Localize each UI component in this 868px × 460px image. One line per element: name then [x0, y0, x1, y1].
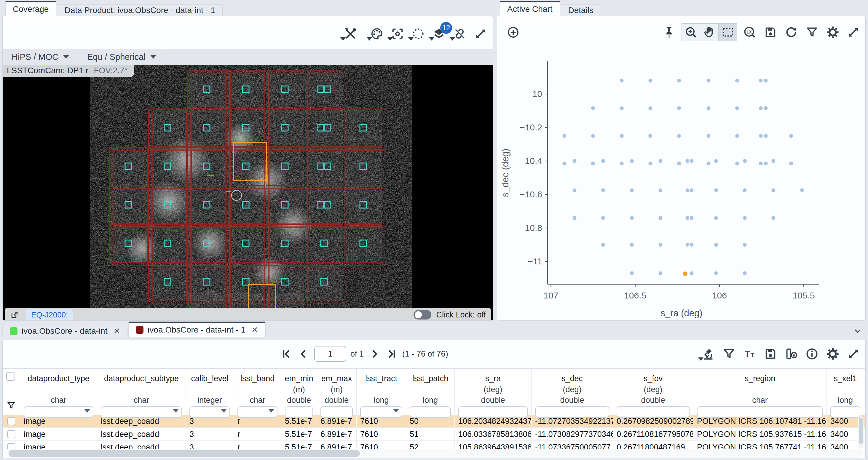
text-view-button[interactable]: TT: [741, 346, 758, 362]
table-options-button[interactable]: [825, 346, 841, 362]
table-color-swatch[interactable]: [136, 326, 144, 334]
tab-coverage[interactable]: Coverage: [5, 1, 56, 16]
column-name: dataproduct_subtype: [97, 373, 186, 385]
vertical-scrollbar[interactable]: [858, 417, 864, 449]
row-checkbox[interactable]: [7, 443, 16, 449]
data-product-button[interactable]: [700, 346, 716, 362]
tools-button[interactable]: [342, 26, 359, 42]
column-header-dataproduct_subtype[interactable]: dataproduct_subtypechar: [97, 369, 186, 415]
caret-down-icon: [408, 37, 413, 43]
expand-table-button[interactable]: [845, 346, 862, 362]
column-header-s_dec[interactable]: s_dec(deg)double: [531, 369, 613, 415]
column-filter-input[interactable]: [101, 406, 182, 418]
prev-page-button[interactable]: [297, 347, 310, 360]
select-region-button[interactable]: [410, 26, 427, 42]
tab-table-1[interactable]: ivoa.ObsCore - data-int - 1 ✕: [128, 321, 266, 337]
zoom-mode-button[interactable]: [682, 24, 700, 41]
collapse-table-icon[interactable]: [852, 326, 863, 336]
last-page-button[interactable]: [385, 347, 398, 360]
unlink-button[interactable]: [452, 26, 468, 42]
tab-data-product[interactable]: Data Product: ivoa.ObsCore - data-int - …: [57, 4, 223, 16]
chart-options-button[interactable]: [825, 24, 841, 40]
filter-chart-button[interactable]: [804, 24, 820, 40]
column-header-calib_level[interactable]: calib_levelinteger: [186, 369, 234, 415]
add-column-button[interactable]: [783, 346, 800, 362]
table-info-button[interactable]: [804, 346, 820, 362]
add-chart-button[interactable]: [505, 24, 522, 40]
column-filter-input[interactable]: [697, 406, 823, 418]
first-page-button[interactable]: [280, 347, 293, 360]
table-color-swatch[interactable]: [10, 327, 18, 335]
filter-table-button[interactable]: [721, 346, 737, 362]
pan-mode-button[interactable]: [700, 24, 719, 41]
close-icon[interactable]: ✕: [251, 325, 258, 335]
coverage-map[interactable]: LSSTComCam: DP1 rFOV:2.7° EQ-J2000: Clic…: [3, 65, 493, 321]
popout-icon[interactable]: [10, 310, 19, 319]
column-name: s_dec: [531, 373, 613, 385]
column-filter-input[interactable]: [285, 406, 313, 418]
layers-button[interactable]: 12: [431, 26, 447, 42]
column-filter-input[interactable]: [458, 406, 528, 418]
column-name: s_xel1: [827, 373, 864, 385]
table-row[interactable]: imagelsst.deep_coadd3r5.51e-76.891e-7761…: [3, 428, 865, 441]
column-filter-input[interactable]: [535, 406, 609, 418]
tab-details[interactable]: Details: [561, 4, 601, 16]
column-header-em_min[interactable]: em_min(m)double: [281, 369, 317, 415]
horizontal-scrollbar[interactable]: [6, 449, 862, 458]
tab-active-chart[interactable]: Active Chart: [500, 1, 560, 16]
table-cell: 3: [186, 428, 234, 440]
table-cell: lsst.deep_coadd: [97, 441, 186, 449]
column-header-em_max[interactable]: em_max(m)double: [317, 369, 356, 415]
column-header-dataproduct_type[interactable]: dataproduct_typechar: [20, 369, 97, 415]
save-table-button[interactable]: [762, 346, 779, 362]
column-filter-input[interactable]: [830, 406, 860, 418]
color-palette-button[interactable]: [369, 26, 385, 42]
hscroll-thumb[interactable]: [9, 450, 360, 457]
column-header-s_region[interactable]: s_regionchar: [693, 369, 827, 415]
scatter-chart[interactable]: −10−10.2−10.4−10.6−10.8−11107106.5106105…: [497, 47, 865, 321]
row-checkbox[interactable]: [7, 430, 16, 438]
save-chart-button[interactable]: [762, 24, 779, 40]
column-filter-input[interactable]: [189, 406, 230, 418]
expand-coverage-button[interactable]: [472, 26, 489, 42]
zoom-original-button[interactable]: 1X: [741, 24, 758, 40]
click-lock-toggle[interactable]: [413, 310, 431, 319]
row-checkbox[interactable]: [7, 417, 16, 425]
column-unit: [186, 385, 234, 396]
column-filter-input[interactable]: [238, 406, 277, 418]
projection-dropdown[interactable]: Equ / Spherical: [87, 52, 156, 62]
column-header-lsst_tract[interactable]: lsst_tractlong: [356, 369, 406, 415]
column-type: double: [281, 396, 317, 405]
page-number-input[interactable]: [314, 346, 346, 362]
tab-table-0[interactable]: ivoa.ObsCore - data-int ✕: [2, 325, 127, 337]
table-card: of 1 (1 - 76 of 76) TT dataproduct_typec…: [2, 340, 866, 459]
column-filter-input[interactable]: [617, 406, 689, 418]
column-header-s_fov[interactable]: s_fov(deg)double: [613, 369, 693, 415]
close-icon[interactable]: ✕: [113, 326, 120, 336]
data-table: dataproduct_typechardataproduct_subtypec…: [3, 368, 865, 449]
chart-panel: Active Chart Details 1X −10−10.2−10.4−10…: [497, 2, 866, 321]
column-filter-input[interactable]: [360, 406, 402, 418]
table-toolbar: TT: [696, 340, 862, 368]
column-filter-input[interactable]: [24, 406, 93, 418]
next-page-button[interactable]: [368, 347, 381, 360]
column-filter-input[interactable]: [410, 406, 451, 418]
gear-icon: [826, 347, 840, 361]
expand-chart-button[interactable]: [845, 24, 862, 40]
column-header-s_xel1[interactable]: s_xel1long: [827, 369, 864, 415]
select-mode-button[interactable]: [719, 24, 737, 41]
filter-row-icon[interactable]: [6, 400, 16, 410]
column-header-lsst_band[interactable]: lsst_bandchar: [234, 369, 281, 415]
select-all-checkbox[interactable]: [6, 372, 15, 381]
column-header-s_ra[interactable]: s_ra(deg)double: [455, 369, 531, 415]
restore-chart-button[interactable]: [783, 24, 800, 40]
column-header-lsst_patch[interactable]: lsst_patchlong: [406, 369, 455, 415]
column-name: lsst_band: [234, 373, 281, 385]
pin-chart-button[interactable]: [661, 24, 677, 40]
hips-moc-dropdown[interactable]: HiPS / MOC: [11, 52, 69, 62]
map-overlay-label: LSSTComCam: DP1 rFOV:2.7°: [3, 65, 134, 77]
recenter-button[interactable]: [389, 26, 406, 42]
vscroll-thumb[interactable]: [859, 418, 863, 444]
table-row[interactable]: imagelsst.deep_coadd3r5.51e-76.891e-7761…: [3, 441, 865, 449]
column-filter-input[interactable]: [320, 406, 353, 418]
